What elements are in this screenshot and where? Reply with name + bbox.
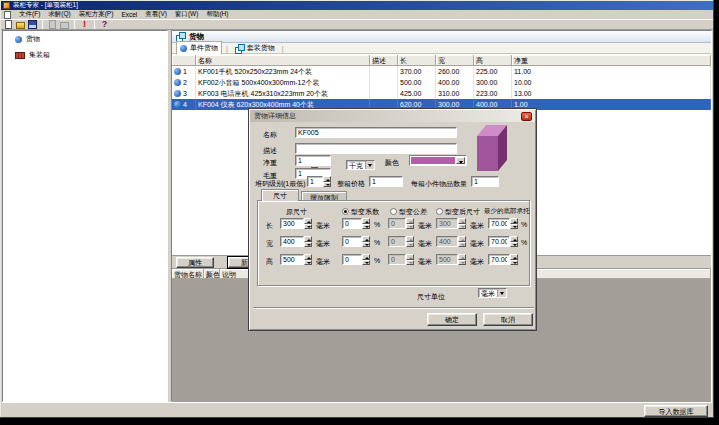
- header-name[interactable]: 名称: [196, 55, 370, 66]
- close-icon[interactable]: ×: [521, 112, 532, 121]
- cell-weight: 11.00: [512, 66, 711, 77]
- coef-height-field[interactable]: [342, 254, 362, 265]
- menu-file[interactable]: 文件(F): [19, 10, 40, 19]
- height-row-label: 高: [266, 257, 273, 267]
- menu-help[interactable]: 帮助(H): [206, 10, 228, 19]
- header-weight[interactable]: 净重: [512, 55, 711, 66]
- print-icon: [60, 20, 69, 29]
- support-width-field[interactable]: [488, 236, 510, 247]
- cell-length: 500.00: [398, 77, 436, 88]
- after-length-field: [436, 218, 458, 229]
- weight-unit-combo[interactable]: 千克: [346, 160, 375, 170]
- sidebar-item-label: 货物: [26, 34, 40, 44]
- pct-unit-label: %: [521, 239, 527, 246]
- cell-width: 400.00: [436, 77, 474, 88]
- box-price-label: 整箱价格: [337, 179, 365, 189]
- items-per-box-field[interactable]: [471, 176, 499, 187]
- tab-size[interactable]: 尺寸: [261, 189, 299, 201]
- header-width[interactable]: 宽: [436, 55, 474, 66]
- header-length[interactable]: 长: [398, 55, 436, 66]
- support-height-stepper[interactable]: [510, 254, 518, 265]
- menu-excel[interactable]: Excel: [121, 11, 137, 18]
- orig-height-stepper[interactable]: [304, 254, 312, 265]
- sphere-icon: [174, 90, 181, 97]
- sidebar-item-container[interactable]: 集装箱: [3, 47, 167, 63]
- table-row[interactable]: 1 KF001手机 520x250x223mm 24个装 370.00 260.…: [172, 66, 711, 77]
- menu-window[interactable]: 窗口(W): [175, 10, 198, 19]
- ok-button[interactable]: 确定: [427, 313, 477, 326]
- stack-level-field[interactable]: [307, 176, 323, 187]
- table-row[interactable]: 2 KF002小音箱 500x400x300mm-12个装 500.00 400…: [172, 77, 711, 88]
- orig-width-field[interactable]: [280, 236, 304, 247]
- cancel-button[interactable]: 取消: [483, 313, 533, 326]
- header-height[interactable]: 高: [474, 55, 512, 66]
- radio-coef-selected[interactable]: [342, 208, 349, 215]
- row-number: 1: [183, 68, 187, 75]
- cell-height: 300.00: [474, 77, 512, 88]
- coef-height-stepper[interactable]: [362, 254, 370, 265]
- tab-set-goods[interactable]: 套装货物: [232, 42, 278, 54]
- support-width-stepper[interactable]: [510, 236, 518, 247]
- header-goods-name[interactable]: 货物名称: [172, 269, 204, 279]
- save-icon[interactable]: [28, 20, 37, 29]
- name-field[interactable]: [295, 127, 457, 138]
- color-picker[interactable]: [409, 155, 467, 166]
- cell-weight: 10.00: [512, 77, 711, 88]
- chevron-down-icon[interactable]: [497, 289, 506, 297]
- menu-view[interactable]: 查看(V): [145, 10, 167, 19]
- coef-width-field[interactable]: [342, 236, 362, 247]
- name-label: 名称: [263, 130, 277, 140]
- stack-level-stepper[interactable]: [323, 176, 331, 187]
- box-price-field[interactable]: [369, 176, 403, 187]
- sidebar-item-goods[interactable]: 货物: [3, 31, 167, 47]
- chevron-down-icon[interactable]: [456, 157, 465, 164]
- menu-solve[interactable]: 求解(Q): [48, 10, 70, 19]
- tol-length-field: [388, 218, 406, 229]
- header-note[interactable]: 说明: [220, 269, 250, 279]
- sidebar-item-label: 集装箱: [29, 50, 50, 60]
- toolbar-separator: [42, 20, 43, 29]
- orig-length-stepper[interactable]: [304, 218, 312, 229]
- title-bar: 装柜专家 - [单项装柜1]: [1, 1, 713, 10]
- chevron-down-icon[interactable]: [365, 161, 374, 169]
- open-folder-icon[interactable]: [16, 20, 25, 29]
- import-database-button[interactable]: 导入数据库: [644, 405, 708, 417]
- after-width-field: [436, 236, 458, 247]
- box-3d-preview: [475, 123, 511, 173]
- properties-button[interactable]: 属性: [176, 257, 214, 268]
- table-row[interactable]: 3 KF003 电话座机 425x310x223mm 20个装 425.00 3…: [172, 88, 711, 99]
- goods-boxes-icon: [235, 44, 244, 53]
- radio-after-size[interactable]: [436, 208, 443, 215]
- orig-height-field[interactable]: [280, 254, 304, 265]
- support-height-field[interactable]: [488, 254, 510, 265]
- menu-bar: 文件(F) 求解(Q) 装柜方案(P) Excel 查看(V) 窗口(W) 帮助…: [1, 10, 713, 19]
- coef-length-field[interactable]: [342, 218, 362, 229]
- cell-name: KF002小音箱 500x400x300mm-12个装: [196, 77, 370, 88]
- solve-exclamation-icon[interactable]: !: [80, 20, 89, 29]
- new-document-icon[interactable]: [4, 20, 13, 29]
- tol-length-stepper: [406, 218, 414, 229]
- mm-unit-label: 毫米: [316, 257, 330, 267]
- mdi-child-icon: [4, 11, 11, 19]
- size-unit-combo[interactable]: 毫米: [478, 288, 507, 298]
- net-weight-field[interactable]: [295, 155, 331, 166]
- tab-single-goods[interactable]: 单件货物: [176, 41, 222, 55]
- support-length-stepper[interactable]: [510, 218, 518, 229]
- after-height-stepper: [458, 254, 466, 265]
- mm-unit-label: 毫米: [470, 257, 484, 267]
- tab-label: 套装货物: [247, 43, 275, 53]
- support-length-field[interactable]: [488, 218, 510, 229]
- orig-width-stepper[interactable]: [304, 236, 312, 247]
- coef-length-stepper[interactable]: [362, 218, 370, 229]
- description-field[interactable]: [295, 143, 457, 154]
- orig-length-field[interactable]: [280, 218, 304, 229]
- header-desc[interactable]: 描述: [370, 55, 398, 66]
- coef-width-stepper[interactable]: [362, 236, 370, 247]
- radio-tolerance[interactable]: [390, 208, 397, 215]
- toolbar-separator: [74, 20, 75, 29]
- menu-plan[interactable]: 装柜方案(P): [79, 10, 114, 19]
- help-question-icon[interactable]: ?: [100, 20, 109, 29]
- panel-title: 货物: [189, 32, 204, 42]
- header-color[interactable]: 颜色: [204, 269, 220, 279]
- size-groupbox: 原尺寸 型变系数 型变公差 型变后尺寸 最少的底部承托 长 毫米 % 毫米 毫米…: [257, 200, 530, 286]
